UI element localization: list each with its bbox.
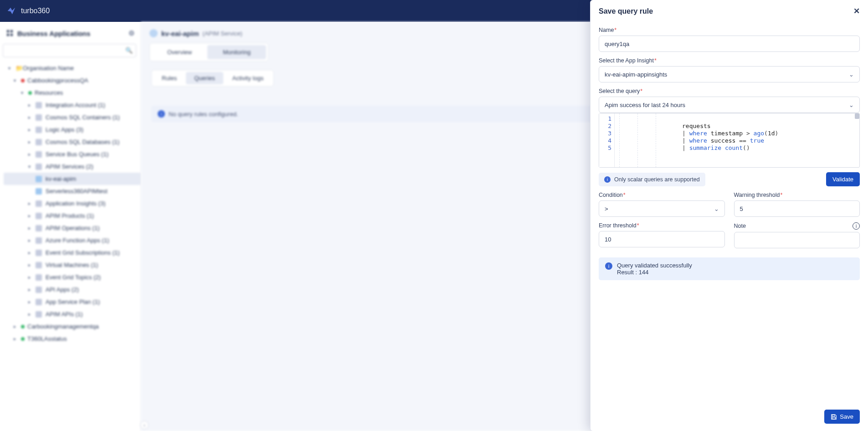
tree-item[interactable]: ▸Integration Account (1) — [4, 99, 141, 111]
tree-item[interactable]: ▸Logic Apps (3) — [4, 123, 141, 136]
sidebar-header: Business Applications ⚙ — [0, 26, 141, 41]
tab-rules[interactable]: Rules — [154, 72, 185, 84]
query-value: Apim success for last 24 hours — [605, 102, 685, 108]
tree-item[interactable]: ▸APIM Operations (1) — [4, 222, 141, 234]
info-icon: i — [158, 110, 165, 118]
tree-item[interactable]: ▸Virtual Machines (1) — [4, 259, 141, 271]
err-label: Error threshold — [599, 222, 637, 229]
svg-rect-3 — [10, 34, 13, 36]
apps-icon — [6, 30, 14, 37]
svg-rect-2 — [7, 34, 9, 36]
note-label: Note — [734, 223, 746, 229]
svg-rect-4 — [832, 415, 835, 416]
resource-type: (APIM Service) — [203, 30, 242, 37]
tree-org[interactable]: ▾📁 Organisation Name — [4, 62, 141, 74]
tree-item[interactable]: ▸Azure Function Apps (1) — [4, 234, 141, 246]
service-icon — [149, 29, 158, 37]
tree-item[interactable]: ▸Event Grid Topics (2) — [4, 271, 141, 283]
error-threshold-input[interactable] — [599, 231, 725, 247]
tree-item[interactable]: Serverless360APIMtest — [4, 185, 141, 197]
brand-name: turbo360 — [21, 7, 50, 15]
validation-result-text: Result : 144 — [617, 269, 692, 276]
warn-label: Warning threshold — [734, 192, 780, 198]
svg-rect-5 — [832, 417, 836, 419]
warning-threshold-input[interactable] — [734, 200, 860, 217]
save-label: Save — [840, 413, 853, 420]
panel-footer: Save — [591, 404, 868, 431]
tree-sibling[interactable]: ▸Carbookingmanagementqa — [4, 320, 141, 333]
tree-item[interactable]: ▸Cosmos SQL Containers (1) — [4, 111, 141, 123]
tree-item[interactable]: ▸Application Insights (3) — [4, 197, 141, 210]
gear-icon[interactable]: ⚙ — [128, 29, 134, 37]
save-query-panel: Save query rule ✕ Name* Select the App I… — [590, 0, 868, 431]
tab-monitoring[interactable]: Monitoring — [207, 45, 266, 59]
appinsight-label: Select the App Insight — [599, 57, 654, 64]
tab-activity-logs[interactable]: Activity logs — [224, 72, 272, 84]
tab-overview[interactable]: Overview — [152, 45, 207, 59]
tree-item[interactable]: ▸Event Grid Subscriptions (1) — [4, 246, 141, 259]
appinsight-select[interactable]: kv-eai-apim-appinsights ⌄ — [599, 66, 860, 82]
info-icon[interactable]: i — [853, 222, 860, 230]
scalar-note: i Only scalar queries are supported — [599, 173, 705, 186]
panel-header: Save query rule ✕ — [591, 0, 868, 20]
search-input[interactable] — [3, 44, 136, 57]
tree-item[interactable]: ▸APIM Products (1) — [4, 210, 141, 222]
tree-item[interactable]: ▸APIM APIs (1) — [4, 308, 141, 320]
tree-item[interactable]: ▸Cosmos SQL Databases (1) — [4, 136, 141, 148]
code-gutter: 12345 — [599, 113, 615, 167]
query-label: Select the query — [599, 88, 640, 94]
primary-tabs: Overview Monitoring — [149, 43, 268, 62]
resource-tree: ▾📁 Organisation Name ▾CabbookingprocessQ… — [0, 62, 141, 345]
tab-queries[interactable]: Queries — [186, 72, 223, 84]
tree-env[interactable]: ▾CabbookingprocessQA — [4, 74, 141, 87]
save-button[interactable]: Save — [824, 410, 860, 424]
search-icon: 🔍 — [125, 47, 133, 54]
name-label: Name — [599, 27, 614, 33]
tree-item[interactable]: ▸App Service Plan (1) — [4, 296, 141, 308]
panel-title: Save query rule — [599, 7, 653, 15]
collapse-handle[interactable]: ‹ — [140, 421, 149, 429]
sidebar-search[interactable]: 🔍 — [3, 44, 136, 57]
query-editor[interactable]: 12345 requests | where timestamp > ago(1… — [599, 113, 860, 168]
svg-rect-1 — [10, 30, 13, 32]
tree-item[interactable]: ▸Service Bus Queues (1) — [4, 148, 141, 160]
chevron-down-icon: ⌄ — [714, 205, 719, 212]
validation-message: Query validated successfully — [617, 262, 692, 269]
info-icon: i — [604, 176, 611, 183]
query-select[interactable]: Apim success for last 24 hours ⌄ — [599, 97, 860, 113]
no-rules-text: No query rules configured. — [169, 111, 238, 118]
code-content: requests | where timestamp > ago(1d) | w… — [615, 113, 859, 167]
note-input[interactable] — [734, 232, 860, 248]
logo-icon — [6, 6, 16, 16]
tree-item[interactable]: ▸API Apps (2) — [4, 283, 141, 296]
appinsight-value: kv-eai-apim-appinsights — [605, 71, 667, 78]
tree-sibling[interactable]: ▸T360LAsstatus — [4, 333, 141, 345]
validation-result: i Query validated successfully Result : … — [599, 257, 860, 280]
condition-label: Condition — [599, 192, 623, 198]
svg-rect-0 — [7, 30, 9, 32]
sidebar-title: Business Applications — [17, 30, 90, 37]
secondary-tabs: Rules Queries Activity logs — [151, 70, 274, 87]
validate-button[interactable]: Validate — [826, 172, 860, 186]
scalar-note-text: Only scalar queries are supported — [614, 176, 700, 183]
panel-body: Name* Select the App Insight* kv-eai-api… — [591, 20, 868, 404]
info-icon: i — [605, 262, 612, 270]
tree-item-selected[interactable]: kv-eai-apim — [4, 173, 141, 185]
resource-name: kv-eai-apim — [161, 30, 199, 37]
tree-apim-group[interactable]: ▾APIM Services (2) — [4, 160, 141, 173]
name-input[interactable] — [599, 36, 860, 52]
chevron-down-icon: ⌄ — [849, 102, 854, 108]
close-icon[interactable]: ✕ — [853, 6, 860, 16]
condition-value: > — [605, 205, 608, 212]
chevron-down-icon: ⌄ — [849, 71, 854, 78]
save-icon — [831, 414, 837, 420]
sidebar: Business Applications ⚙ 🔍 ▾📁 Organisatio… — [0, 22, 141, 431]
tree-resources[interactable]: ▾Resources — [4, 87, 141, 99]
condition-select[interactable]: > ⌄ — [599, 200, 725, 217]
